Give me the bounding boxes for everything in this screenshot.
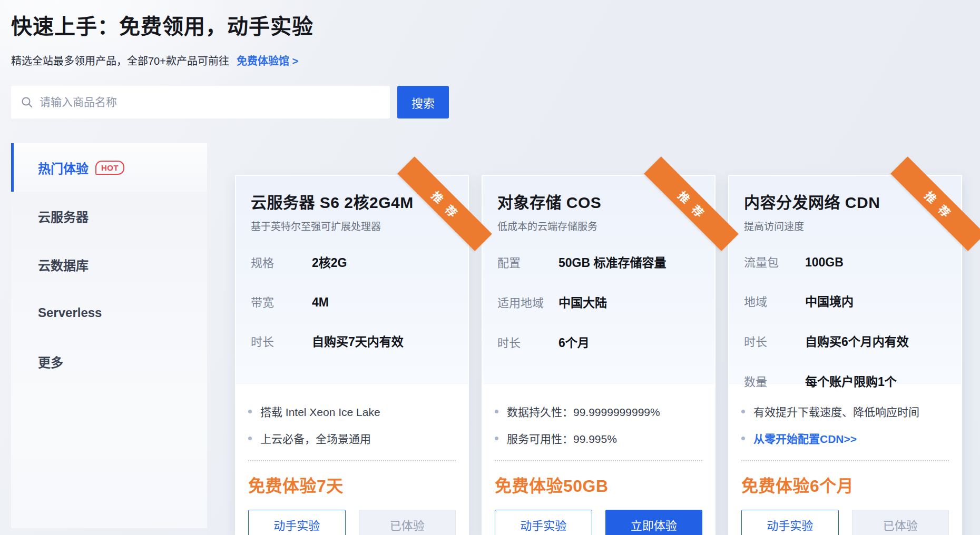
spec-list: 流量包 100GB 地域 中国境内 时长 自购买6个月内有效 数量 [744,253,946,390]
offer-text: 免费体验7天 [248,472,456,497]
spec-row: 适用地域 中国大陆 [497,293,700,311]
spec-list: 规格 2核2G 带宽 4M 时长 自购买7天内有效 [251,253,453,350]
subtitle-text: 精选全站最多领用产品，全部70+款产品可前往 [11,53,229,68]
card-detail-panel: 搭载 Intel Xeon Ice Lake 上云必备，全场景通用 免费体验7天… [235,384,469,535]
card-spec-panel: 内容分发网络 CDN 提高访问速度 流量包 100GB 地域 中国境内 时长 [729,176,961,384]
product-card-cdn: 推荐 内容分发网络 CDN 提高访问速度 流量包 100GB 地域 中国境内 [728,175,962,535]
bullet-dot-icon [741,410,745,413]
card-actions: 动手实验 已体验 [741,510,949,535]
spec-row: 时长 自购买7天内有效 [251,332,453,350]
sidebar-item-label: Serverless [38,305,102,320]
bullet-dot-icon [495,437,498,440]
hands-on-lab-button[interactable]: 动手实验 [495,510,592,535]
sidebar-item-more[interactable]: 更多 [11,337,207,385]
sidebar-item-label: 更多 [38,352,63,371]
ribbon-fold-icon [714,230,722,237]
spec-label: 时长 [497,333,558,350]
feature-list: 有效提升下载速度、降低响应时间 从零开始配置CDN>> [741,403,949,446]
spec-value: 中国境内 [805,292,854,310]
card-actions: 动手实验 已体验 [248,510,456,535]
card-title: 内容分发网络 CDN [744,190,946,213]
spec-value: 2核2G [312,253,347,271]
spec-label: 时长 [744,332,805,349]
content-area: 热门体验 HOT 云服务器 云数据库 Serverless 更多 [11,143,980,528]
spec-value: 50GB 标准存储容量 [558,253,666,271]
dotted-divider [741,460,949,461]
spec-row: 规格 2核2G [251,253,453,271]
card-subtitle: 低成本的云端存储服务 [497,219,700,233]
already-tried-button[interactable]: 已体验 [359,510,456,535]
feature-item: 有效提升下载速度、降低响应时间 [741,403,949,419]
search-button[interactable]: 搜索 [397,86,449,118]
feature-list: 数据持久性：99.9999999999% 服务可用性：99.995% [495,403,702,446]
feature-item: 数据持久性：99.9999999999% [495,403,702,419]
card-subtitle: 基于英特尔至强可扩展处理器 [251,219,453,233]
sidebar-item-label: 热门体验 [38,158,89,177]
ribbon-fold-icon [468,230,475,237]
spec-label: 地域 [744,292,805,309]
spec-value: 4M [312,295,329,310]
product-card-cvm: 推荐 云服务器 S6 2核2G4M 基于英特尔至强可扩展处理器 规格 2核2G … [235,175,469,535]
spec-label: 规格 [251,253,312,270]
spec-row: 时长 自购买6个月内有效 [744,332,946,350]
feature-item: 上云必备，全场景通用 [248,430,456,446]
sidebar-item-label: 云服务器 [38,207,89,225]
sidebar-item-cloud-database[interactable]: 云数据库 [11,240,207,289]
free-trial-hall-link[interactable]: 免费体验馆 > [237,53,298,68]
cdn-config-guide-link[interactable]: 从零开始配置CDN>> [741,430,949,446]
bullet-dot-icon [248,437,252,440]
offer-text: 免费体验50GB [495,472,702,497]
spec-label: 适用地域 [497,293,558,310]
search-bar: 搜索 [11,86,980,118]
spec-value: 100GB [805,255,844,270]
feature-item: 搭载 Intel Xeon Ice Lake [248,403,456,419]
product-card-cos: 推荐 对象存储 COS 低成本的云端存储服务 配置 50GB 标准存储容量 适用… [482,175,716,535]
spec-row: 流量包 100GB [744,253,946,270]
try-now-button[interactable]: 立即体验 [605,510,703,535]
sidebar-item-serverless[interactable]: Serverless [11,289,207,337]
search-icon [21,96,33,108]
spec-label: 流量包 [744,253,805,270]
card-spec-panel: 对象存储 COS 低成本的云端存储服务 配置 50GB 标准存储容量 适用地域 … [483,176,714,384]
search-input[interactable] [40,96,380,108]
spec-value: 自购买7天内有效 [312,332,404,350]
hot-badge: HOT [95,161,124,175]
hands-on-lab-button[interactable]: 动手实验 [248,510,346,535]
offer-text: 免费体验6个月 [741,472,949,497]
page-title: 快速上手：免费领用，动手实验 [11,0,980,40]
free-trial-page: 快速上手：免费领用，动手实验 精选全站最多领用产品，全部70+款产品可前往 免费… [0,0,980,535]
sidebar-item-hot-experience[interactable]: 热门体验 HOT [11,143,207,192]
spec-row: 带宽 4M [251,293,453,310]
dotted-divider [248,460,456,461]
card-detail-panel: 有效提升下载速度、降低响应时间 从零开始配置CDN>> 免费体验6个月 动手实验… [728,384,962,535]
card-actions: 动手实验 立即体验 [495,510,702,535]
spec-value: 中国大陆 [558,293,607,311]
bullet-dot-icon [248,410,252,413]
ribbon-fold-icon [961,230,968,237]
spec-label: 配置 [497,253,558,270]
page-subtitle: 精选全站最多领用产品，全部70+款产品可前往 免费体验馆 > [11,53,980,68]
spec-row: 配置 50GB 标准存储容量 [497,253,700,271]
card-subtitle: 提高访问速度 [744,219,946,233]
category-sidebar: 热门体验 HOT 云服务器 云数据库 Serverless 更多 [11,143,207,528]
spec-row: 地域 中国境内 [744,292,946,310]
bullet-dot-icon [495,410,498,413]
spec-label: 时长 [251,332,312,349]
already-tried-button[interactable]: 已体验 [852,510,949,535]
sidebar-item-cloud-server[interactable]: 云服务器 [11,192,207,240]
spec-label: 数量 [744,372,805,389]
product-cards: 推荐 云服务器 S6 2核2G4M 基于英特尔至强可扩展处理器 规格 2核2G … [235,143,962,528]
card-title: 云服务器 S6 2核2G4M [251,190,453,213]
spec-value: 每个账户限购1个 [805,372,897,390]
feature-item: 服务可用性：99.995% [495,430,702,446]
spec-value: 自购买6个月内有效 [805,332,909,350]
card-detail-panel: 数据持久性：99.9999999999% 服务可用性：99.995% 免费体验5… [482,384,716,535]
hands-on-lab-button[interactable]: 动手实验 [741,510,839,535]
dotted-divider [495,460,702,461]
card-spec-panel: 云服务器 S6 2核2G4M 基于英特尔至强可扩展处理器 规格 2核2G 带宽 … [236,176,468,384]
feature-list: 搭载 Intel Xeon Ice Lake 上云必备，全场景通用 [248,403,456,446]
sidebar-item-label: 云数据库 [38,255,89,274]
bullet-dot-icon [741,437,745,440]
spec-label: 带宽 [251,293,312,310]
card-title: 对象存储 COS [497,190,700,213]
